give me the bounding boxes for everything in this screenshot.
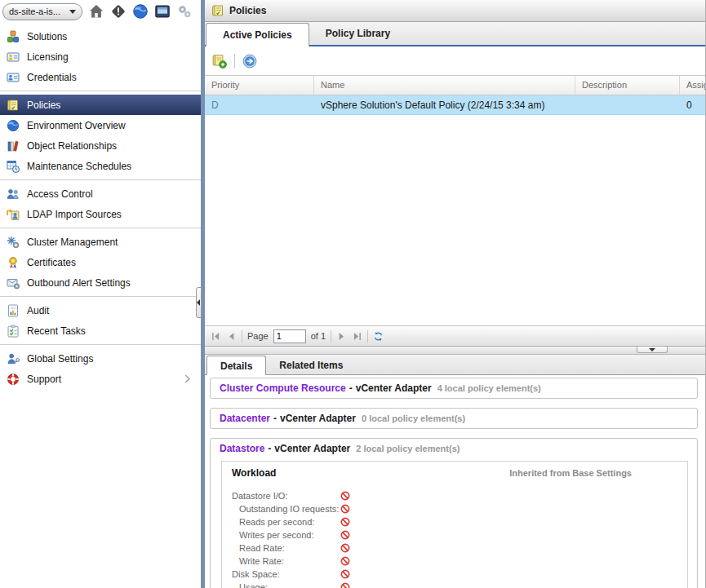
prev-page-button[interactable] bbox=[226, 331, 237, 342]
pagination-separator bbox=[331, 330, 331, 343]
sidebar-item-access-control[interactable]: Access Control bbox=[0, 183, 201, 204]
policy-element-count: 4 local policy element(s) bbox=[437, 383, 541, 393]
column-header-assigned[interactable]: Assig bbox=[680, 76, 705, 95]
tab-active-policies[interactable]: Active Policies bbox=[206, 23, 309, 46]
workload-row-datastore-io: Datastore I/O: bbox=[232, 489, 677, 502]
nav-group-access: Access Control LDAP Import Sources bbox=[0, 180, 201, 228]
sidebar-item-label: Environment Overview bbox=[27, 120, 126, 131]
dash-separator: - bbox=[273, 413, 277, 424]
details-content: Cluster Compute Resource - vCenter Adapt… bbox=[205, 375, 705, 588]
disabled-icon bbox=[340, 543, 350, 553]
sidebar-item-label: Certificates bbox=[27, 257, 76, 268]
licensing-icon bbox=[7, 51, 20, 64]
page-number-input[interactable] bbox=[273, 329, 306, 343]
inherited-from-label: Inherited from Base Settings bbox=[509, 468, 632, 478]
tab-policy-library[interactable]: Policy Library bbox=[309, 23, 406, 45]
sidebar-item-label: Maintenance Schedules bbox=[27, 161, 131, 172]
sidebar-item-cluster-management[interactable]: Cluster Management bbox=[0, 232, 201, 252]
workload-title: Workload bbox=[232, 467, 276, 479]
sidebar-item-policies[interactable]: Policies bbox=[0, 95, 201, 115]
next-page-button[interactable] bbox=[336, 331, 347, 342]
splitter-collapse-handle[interactable] bbox=[637, 347, 668, 353]
app-window: ds-site-a-is... Solutions Licensing bbox=[0, 0, 706, 588]
global-settings-icon bbox=[7, 352, 20, 365]
maintenance-schedules-icon bbox=[7, 160, 20, 173]
alert-diamond-icon[interactable] bbox=[110, 3, 127, 20]
add-policy-button-icon[interactable] bbox=[212, 54, 227, 69]
audit-icon bbox=[7, 304, 20, 317]
disabled-icon bbox=[340, 491, 350, 501]
sidebar-item-ldap-import-sources[interactable]: LDAP Import Sources bbox=[0, 204, 201, 224]
chevron-down-icon bbox=[69, 10, 76, 14]
workload-settings-box: Workload Inherited from Base Settings Da… bbox=[221, 461, 688, 588]
console-icon[interactable] bbox=[154, 3, 171, 20]
nav-group-cluster: Cluster Management Certificates Outbound… bbox=[0, 228, 201, 297]
sidebar-item-label: Object Relationships bbox=[27, 140, 117, 152]
workload-row-reads-per-second: Reads per second: bbox=[232, 515, 677, 528]
sidebar-item-label: Policies bbox=[27, 99, 60, 111]
horizontal-splitter[interactable] bbox=[205, 347, 705, 355]
workload-header: Workload Inherited from Base Settings bbox=[232, 467, 677, 479]
sidebar-item-audit[interactable]: Audit bbox=[0, 300, 201, 321]
nav-group-policies: Policies Environment Overview Object Rel… bbox=[0, 91, 201, 180]
server-selector-dropdown[interactable]: ds-site-a-is... bbox=[2, 3, 82, 20]
sidebar-item-certificates[interactable]: Certificates bbox=[0, 252, 201, 272]
policy-element-count: 0 local policy element(s) bbox=[362, 413, 465, 423]
sidebar-collapse-handle[interactable] bbox=[196, 287, 202, 318]
object-type-link[interactable]: Datacenter bbox=[220, 413, 270, 424]
metric-label: Write Rate: bbox=[232, 556, 340, 566]
first-page-button[interactable] bbox=[211, 331, 221, 342]
object-type-link[interactable]: Datastore bbox=[220, 443, 264, 454]
tab-details[interactable]: Details bbox=[206, 356, 266, 375]
sidebar-item-label: Support bbox=[27, 374, 61, 385]
sidebar-item-recent-tasks[interactable]: Recent Tasks bbox=[0, 321, 201, 341]
main-panel: Policies Active Policies Policy Library … bbox=[205, 0, 706, 588]
tab-related-items[interactable]: Related Items bbox=[266, 356, 356, 374]
section-header[interactable]: Datastore - vCenter Adapter 2 local poli… bbox=[211, 439, 697, 458]
cluster-management-icon bbox=[7, 236, 20, 249]
last-page-button[interactable] bbox=[352, 331, 362, 342]
sidebar-item-outbound-alert-settings[interactable]: Outbound Alert Settings bbox=[0, 272, 201, 293]
workload-row-writes-per-second: Writes per second: bbox=[232, 528, 677, 542]
nav-group-settings: Global Settings Support bbox=[0, 345, 201, 392]
workload-row-disk-space: Disk Space: bbox=[232, 568, 677, 581]
sidebar-nav: Solutions Licensing Credentials Policies bbox=[0, 23, 201, 588]
column-header-name[interactable]: Name bbox=[314, 76, 575, 95]
page-of-text: of 1 bbox=[311, 331, 326, 341]
section-header[interactable]: Cluster Compute Resource - vCenter Adapt… bbox=[211, 378, 697, 398]
cell-assigned: 0 bbox=[680, 99, 705, 111]
support-lifering-icon bbox=[7, 373, 20, 386]
column-header-priority[interactable]: Priority bbox=[205, 76, 314, 95]
sidebar-item-environment-overview[interactable]: Environment Overview bbox=[0, 115, 201, 135]
column-header-description[interactable]: Description bbox=[575, 76, 680, 95]
refresh-button[interactable] bbox=[373, 331, 384, 342]
policy-table-row-selected[interactable]: D vSphere Solution's Default Policy (2/2… bbox=[205, 95, 705, 115]
home-icon[interactable] bbox=[88, 3, 104, 20]
disabled-icon bbox=[340, 556, 350, 566]
services-gears-icon[interactable] bbox=[176, 3, 193, 20]
section-card-cluster-compute-resource: Cluster Compute Resource - vCenter Adapt… bbox=[210, 378, 698, 399]
sidebar-item-global-settings[interactable]: Global Settings bbox=[0, 348, 201, 369]
edit-policy-button-icon[interactable] bbox=[242, 54, 257, 69]
sidebar-item-label: Audit bbox=[27, 305, 49, 316]
globe-icon[interactable] bbox=[132, 3, 149, 20]
cell-name: vSphere Solution's Default Policy (2/24/… bbox=[314, 99, 575, 111]
metric-label: Outstanding IO requests: bbox=[232, 504, 340, 514]
section-header[interactable]: Datacenter - vCenter Adapter 0 local pol… bbox=[211, 409, 697, 428]
sidebar-item-label: Outbound Alert Settings bbox=[27, 277, 131, 289]
sidebar-item-solutions[interactable]: Solutions bbox=[0, 26, 201, 46]
workload-row-write-rate: Write Rate: bbox=[232, 555, 677, 568]
metric-label: Writes per second: bbox=[232, 530, 340, 540]
nav-group-audit: Audit Recent Tasks bbox=[0, 297, 201, 345]
sidebar-splitter[interactable] bbox=[201, 0, 205, 588]
sidebar-item-maintenance-schedules[interactable]: Maintenance Schedules bbox=[0, 156, 201, 176]
sidebar-item-credentials[interactable]: Credentials bbox=[0, 67, 201, 87]
metric-label: Read Rate: bbox=[232, 543, 340, 553]
sidebar-item-licensing[interactable]: Licensing bbox=[0, 46, 201, 67]
sidebar-item-object-relationships[interactable]: Object Relationships bbox=[0, 135, 201, 156]
sidebar-item-label: Cluster Management bbox=[27, 237, 118, 248]
metric-label: Usage: bbox=[232, 582, 340, 588]
nav-group-content: Solutions Licensing Credentials bbox=[0, 23, 201, 91]
object-type-link[interactable]: Cluster Compute Resource bbox=[220, 382, 346, 394]
sidebar-item-support[interactable]: Support bbox=[0, 369, 201, 389]
